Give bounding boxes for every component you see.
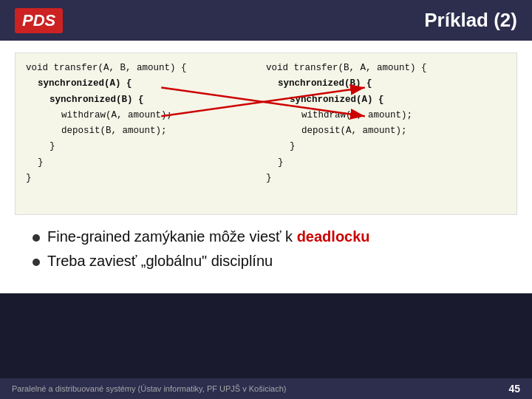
code-line: void transfer(A, B, amount) {: [26, 61, 266, 76]
code-line: }: [26, 155, 266, 171]
code-line: withdraw(B, amount);: [266, 108, 506, 123]
code-line: }: [26, 139, 266, 154]
bullet-item-2: Treba zaviesť „globálnu" disciplínu: [33, 253, 499, 270]
bullet-text-1: Fine-grained zamýkanie môže viesť k dead…: [47, 228, 370, 245]
code-left: void transfer(A, B, amount) { synchroniz…: [26, 61, 266, 207]
header: PDS Príklad (2): [0, 0, 532, 41]
deadlock-highlight: deadlocku: [297, 228, 370, 245]
bullet-item-1: Fine-grained zamýkanie môže viesť k dead…: [33, 228, 499, 245]
code-line: void transfer(B, A, amount) {: [266, 61, 506, 76]
code-line: synchronized(B) {: [266, 76, 506, 92]
code-line: deposit(B, amount);: [26, 123, 266, 139]
page-number: 45: [508, 383, 520, 395]
bullet-dot: [33, 259, 40, 266]
code-line: }: [266, 139, 506, 154]
code-columns: void transfer(A, B, amount) { synchroniz…: [26, 61, 506, 207]
code-line: }: [266, 171, 506, 186]
slide-title: Príklad (2): [424, 9, 517, 32]
bullets-section: Fine-grained zamýkanie môže viesť k dead…: [15, 215, 517, 284]
logo: PDS: [15, 8, 63, 33]
bullet-text-2: Treba zaviesť „globálnu" disciplínu: [47, 253, 273, 270]
code-right: void transfer(B, A, amount) { synchroniz…: [266, 61, 506, 207]
bullet-dot: [33, 234, 40, 242]
code-line: }: [26, 171, 266, 186]
code-line: deposit(A, amount);: [266, 123, 506, 139]
footer-text: Paralelné a distribuované systémy (Ústav…: [12, 384, 286, 393]
code-line: }: [266, 155, 506, 171]
code-area: void transfer(A, B, amount) { synchroniz…: [15, 52, 517, 215]
main-content: void transfer(A, B, amount) { synchroniz…: [0, 41, 532, 293]
code-line: synchronized(A) {: [266, 92, 506, 108]
code-line: withdraw(A, amount);: [26, 108, 266, 123]
footer: Paralelné a distribuované systémy (Ústav…: [0, 378, 532, 399]
code-line: synchronized(A) {: [26, 76, 266, 92]
code-line: synchronized(B) {: [26, 92, 266, 108]
